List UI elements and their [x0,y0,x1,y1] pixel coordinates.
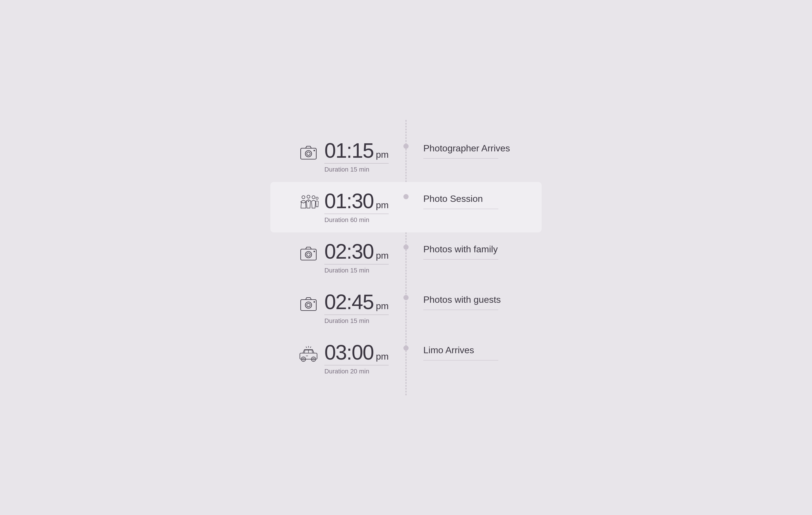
people-icon [298,193,319,214]
svg-point-3 [314,150,315,151]
svg-point-2 [307,152,310,155]
time-display-photo-session: 01:30 pm [324,191,389,211]
time-main-limo-arrives: 03:00 [324,342,373,363]
event-name-limo-arrives: Limo Arrives [423,345,536,356]
time-ampm-photo-session: pm [376,200,389,211]
svg-point-7 [316,197,318,199]
time-block-photographer-arrives: 01:15 pm Duration 15 min [324,140,389,173]
duration-photos-guests: Duration 15 min [324,317,369,325]
svg-point-10 [307,253,310,256]
time-display-photographer-arrives: 01:15 pm [324,140,389,161]
event-name-photos-family: Photos with family [423,244,536,254]
timeline-dot-photographer-arrives [403,144,409,149]
timeline-dot-limo-arrives [403,345,409,351]
timeline-item-photos-family: 02:30 pm Duration 15 min Photos with fam… [276,233,536,283]
svg-rect-0 [301,148,316,159]
time-divider-limo-arrives [324,365,389,365]
duration-photo-session: Duration 60 min [324,216,369,224]
svg-point-14 [307,303,310,307]
right-side-limo-arrives: Limo Arrives [406,333,536,369]
time-block-photos-family: 02:30 pm Duration 15 min [324,241,389,274]
time-display-photos-guests: 02:45 pm [324,292,389,312]
svg-point-11 [314,250,315,252]
timeline-dot-photo-session [403,194,409,199]
time-main-photos-family: 02:30 [324,241,373,262]
timeline-item-photos-guests: 02:45 pm Duration 15 min Photos with gue… [276,283,536,333]
event-name-photos-guests: Photos with guests [423,295,536,305]
svg-point-15 [314,301,315,302]
time-divider-photos-family [324,264,389,265]
timeline-container: 01:15 pm Duration 15 min Photographer Ar… [276,120,536,395]
svg-point-1 [305,151,312,157]
duration-limo-arrives: Duration 20 min [324,368,369,375]
right-side-photos-guests: Photos with guests [406,283,536,319]
right-side-photographer-arrives: Photographer Arrives [406,131,536,167]
left-side-photos-family: 02:30 pm Duration 15 min [276,233,406,283]
car-icon [298,344,319,366]
event-name-photographer-arrives: Photographer Arrives [423,143,536,154]
camera-icon [298,143,319,164]
time-main-photo-session: 01:30 [324,191,373,211]
time-block-photo-session: 01:30 pm Duration 60 min [324,191,389,224]
time-main-photographer-arrives: 01:15 [324,140,373,161]
event-name-photo-session: Photo Session [423,193,536,204]
timeline-item-photographer-arrives: 01:15 pm Duration 15 min Photographer Ar… [276,131,536,182]
svg-point-4 [302,195,305,199]
event-divider-photos-guests [423,310,498,310]
duration-photos-family: Duration 15 min [324,267,369,274]
svg-line-18 [306,346,307,347]
event-divider-photographer-arrives [423,158,498,159]
time-display-limo-arrives: 03:00 pm [324,342,389,363]
event-divider-photo-session [423,209,498,209]
timeline-item-limo-arrives: 03:00 pm Duration 20 min Limo Arrives [276,333,536,384]
time-ampm-photos-guests: pm [376,301,389,311]
time-ampm-photographer-arrives: pm [376,149,389,160]
camera-icon [298,294,319,315]
left-side-photos-guests: 02:45 pm Duration 15 min [276,283,406,333]
right-side-photo-session: Photo Session [406,182,536,218]
right-side-photos-family: Photos with family [406,233,536,268]
svg-point-9 [305,251,312,258]
svg-point-6 [312,195,315,199]
time-ampm-limo-arrives: pm [376,351,389,362]
time-display-photos-family: 02:30 pm [324,241,389,262]
time-ampm-photos-family: pm [376,250,389,261]
event-divider-photos-family [423,259,498,260]
duration-photographer-arrives: Duration 15 min [324,166,369,173]
time-block-photos-guests: 02:45 pm Duration 15 min [324,292,389,325]
svg-line-17 [310,346,311,347]
timeline-dot-photos-family [403,245,409,250]
svg-point-5 [307,195,310,198]
camera-icon [298,243,319,265]
left-side-limo-arrives: 03:00 pm Duration 20 min [276,333,406,384]
time-block-limo-arrives: 03:00 pm Duration 20 min [324,342,389,375]
left-side-photographer-arrives: 01:15 pm Duration 15 min [276,131,406,182]
svg-rect-8 [301,249,316,260]
time-divider-photo-session [324,214,389,214]
time-main-photos-guests: 02:45 [324,292,373,312]
timeline-item-photo-session: 01:30 pm Duration 60 min Photo Session [270,182,542,233]
left-side-photo-session: 01:30 pm Duration 60 min [276,182,406,233]
svg-point-13 [305,302,312,308]
time-divider-photos-guests [324,314,389,315]
svg-rect-19 [300,353,317,359]
timeline-dot-photos-guests [403,295,409,300]
time-divider-photographer-arrives [324,163,389,163]
svg-rect-12 [301,300,316,310]
